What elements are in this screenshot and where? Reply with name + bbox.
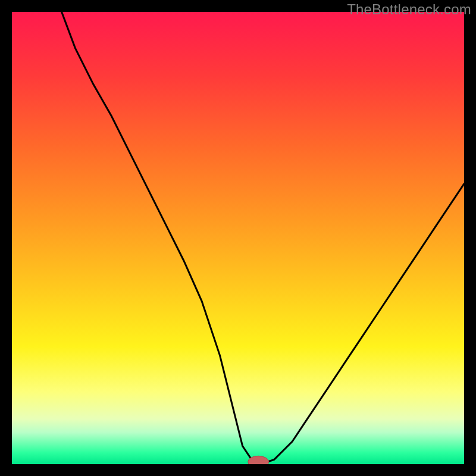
watermark-text: TheBottleneck.com: [347, 1, 471, 18]
bottleneck-plot: [12, 12, 464, 464]
chart-frame: TheBottleneck.com: [0, 0, 476, 476]
heat-background: [12, 12, 464, 464]
